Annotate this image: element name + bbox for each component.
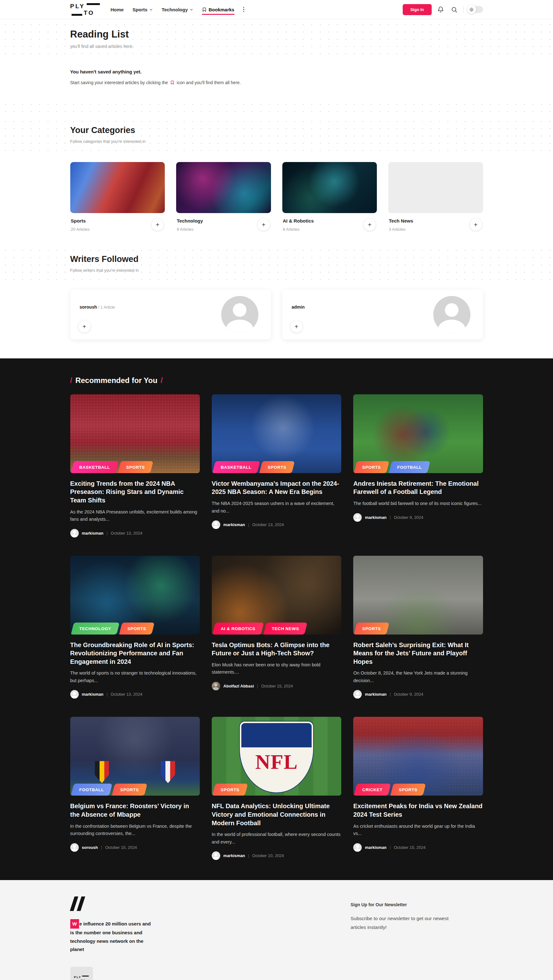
- article-card[interactable]: CRICKETSPORTS Excitement Peaks for India…: [353, 717, 483, 860]
- article-tags: BASKETBALLSPORTS: [212, 461, 295, 473]
- article-tag-technology[interactable]: TECHNOLOGY: [71, 622, 120, 635]
- article-meta: Abolfazl Abbasi October 15, 2024: [212, 682, 341, 690]
- category-name: Tech News: [389, 218, 413, 223]
- category-card-technology[interactable]: Technology 9 Articles +: [176, 162, 271, 232]
- chevron-down-icon: [149, 8, 153, 11]
- follow-category-button[interactable]: +: [258, 219, 270, 231]
- theme-toggle[interactable]: [468, 6, 483, 13]
- category-image: [388, 162, 483, 213]
- category-article-count: 8 Articles: [283, 227, 314, 232]
- article-excerpt: In the confrontation between Belgium vs …: [70, 823, 200, 837]
- writer-card-admin[interactable]: admin +: [282, 290, 483, 339]
- article-card[interactable]: AI & ROBOTICSTECH NEWS Tesla Optimus Bot…: [212, 556, 341, 699]
- category-card-tech-news[interactable]: Tech News 3 Articles +: [388, 162, 483, 232]
- notifications-button[interactable]: [436, 5, 445, 14]
- author-name[interactable]: markisman: [82, 692, 104, 697]
- article-excerpt: As cricket enthusiasts around the world …: [353, 823, 483, 837]
- bookmark-icon: [202, 7, 207, 12]
- nav-label: Sports: [132, 7, 148, 12]
- author-name[interactable]: markisman: [365, 845, 387, 850]
- follow-writer-button[interactable]: +: [291, 321, 302, 332]
- follow-category-button[interactable]: +: [470, 219, 482, 231]
- nav-item-sports[interactable]: Sports: [132, 5, 153, 15]
- article-tag-football[interactable]: FOOTBALL: [71, 784, 113, 795]
- article-tag-sports[interactable]: SPORTS: [119, 622, 155, 635]
- article-card[interactable]: TECHNOLOGYSPORTS The Groundbreaking Role…: [70, 556, 200, 699]
- article-date: October 9, 2024: [394, 692, 423, 697]
- article-tag-basketball[interactable]: BASKETBALL: [71, 461, 119, 473]
- article-tag-sports[interactable]: SPORTS: [118, 461, 153, 473]
- footer-about-text: We influence 20 million users and is the…: [70, 919, 153, 953]
- article-tag-tech-news[interactable]: TECH NEWS: [264, 622, 308, 635]
- article-title[interactable]: Exciting Trends from the 2024 NBA Presea…: [70, 479, 200, 505]
- follow-category-button[interactable]: +: [364, 219, 376, 231]
- author-name[interactable]: markisman: [365, 692, 387, 697]
- nav-item-technology[interactable]: Technology: [162, 5, 193, 15]
- article-title[interactable]: Andres Iniesta Retirement: The Emotional…: [353, 479, 483, 496]
- article-tag-cricket[interactable]: CRICKET: [354, 784, 391, 795]
- article-tag-ai-robotics[interactable]: AI & ROBOTICS: [212, 622, 264, 635]
- article-tag-sports[interactable]: SPORTS: [212, 784, 248, 795]
- article-title[interactable]: Robert Saleh’s Surprising Exit: What It …: [353, 641, 483, 666]
- author-name[interactable]: markisman: [82, 531, 104, 536]
- article-card[interactable]: SPORTSFOOTBALL Andres Iniesta Retirement…: [353, 395, 483, 538]
- categories-heading: Your Categories: [70, 126, 483, 135]
- follow-writer-button[interactable]: +: [78, 321, 91, 332]
- meta-divider: [257, 684, 258, 688]
- dotted-spacer: [0, 100, 553, 116]
- article-card[interactable]: SPORTS NFL Data Analytics: Unlocking Ult…: [212, 717, 341, 860]
- article-tag-football[interactable]: FOOTBALL: [389, 461, 431, 473]
- author-name[interactable]: markisman: [223, 522, 245, 527]
- author-name[interactable]: Abolfazl Abbasi: [223, 684, 254, 689]
- article-meta: markisman October 9, 2024: [353, 690, 483, 698]
- writer-article-count: 1 Article: [100, 305, 115, 310]
- article-tag-sports[interactable]: SPORTS: [390, 784, 426, 795]
- sign-in-button[interactable]: Sign In: [403, 4, 431, 15]
- nav-item-bookmarks[interactable]: Bookmarks: [202, 5, 234, 15]
- article-title[interactable]: Belgium vs France: Roosters’ Victory in …: [70, 802, 200, 819]
- author-avatar: [353, 843, 362, 852]
- category-card-ai-robotics[interactable]: AI & Robotics 8 Articles +: [282, 162, 377, 232]
- category-card-sports[interactable]: Sports 20 Articles +: [70, 162, 165, 232]
- article-card[interactable]: BASKETBALLSPORTS Victor Wembanyama’s Imp…: [212, 395, 341, 538]
- footer-about: We influence 20 million users and is the…: [70, 896, 234, 980]
- article-excerpt: The world of sports is no stranger to te…: [70, 670, 200, 684]
- article-meta: markisman October 13, 2024: [70, 529, 200, 538]
- article-card[interactable]: BASKETBALLSPORTS Exciting Trends from th…: [70, 395, 200, 538]
- footer-logo[interactable]: PLY TO: [70, 967, 93, 980]
- article-title[interactable]: Tesla Optimus Bots: A Glimpse into the F…: [212, 641, 341, 657]
- article-card[interactable]: FOOTBALLSPORTS Belgium vs France: Rooste…: [70, 717, 200, 860]
- search-button[interactable]: [450, 5, 459, 14]
- author-avatar: [70, 529, 79, 538]
- writer-card-soroush[interactable]: soroush / 1 Article +: [70, 290, 271, 339]
- author-name[interactable]: soroush: [82, 845, 98, 850]
- writers-section: Writers Followed Follow writers that you…: [0, 245, 553, 356]
- article-card[interactable]: SPORTS Robert Saleh’s Surprising Exit: W…: [353, 556, 483, 699]
- article-excerpt: On October 8, 2024, the New York Jets ma…: [353, 670, 483, 684]
- article-tag-basketball[interactable]: BASKETBALL: [212, 461, 260, 473]
- heading-slash: /: [70, 376, 73, 385]
- article-tag-sports[interactable]: SPORTS: [112, 784, 148, 795]
- site-logo[interactable]: PLY TO: [70, 3, 100, 16]
- author-avatar: [70, 843, 79, 852]
- header-divider: [463, 6, 464, 13]
- heading-slash: /: [161, 376, 163, 385]
- article-tag-sports[interactable]: SPORTS: [354, 622, 389, 635]
- bookmark-icon: [170, 80, 175, 85]
- article-title[interactable]: Victor Wembanyama’s Impact on the 2024-2…: [212, 479, 341, 496]
- logo-text-top: PLY: [70, 3, 85, 9]
- more-menu-button[interactable]: [242, 5, 246, 14]
- article-title[interactable]: NFL Data Analytics: Unlocking Ultimate V…: [212, 802, 341, 827]
- category-cards: Sports 20 Articles + Technology 9 Articl…: [70, 153, 483, 245]
- logo-text-bottom: TO: [84, 10, 95, 16]
- follow-category-button[interactable]: +: [152, 219, 164, 231]
- nav-item-home[interactable]: Home: [111, 5, 124, 15]
- article-title[interactable]: The Groundbreaking Role of AI in Sports:…: [70, 641, 200, 666]
- sun-icon: [469, 7, 474, 12]
- article-tag-sports[interactable]: SPORTS: [354, 461, 389, 473]
- article-tag-sports[interactable]: SPORTS: [259, 461, 295, 473]
- dropcap: W: [70, 919, 79, 929]
- author-name[interactable]: markisman: [365, 515, 387, 520]
- author-name[interactable]: markisman: [223, 853, 245, 858]
- article-title[interactable]: Excitement Peaks for India vs New Zealan…: [353, 802, 483, 819]
